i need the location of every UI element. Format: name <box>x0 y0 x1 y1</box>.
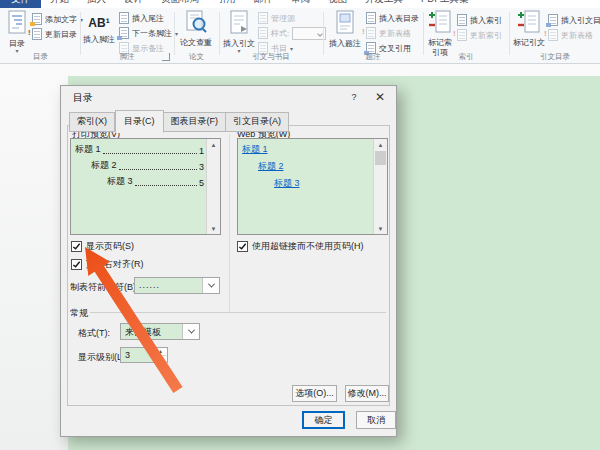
show-page-numbers-checkbox[interactable]: 显示页码(S) <box>71 240 134 253</box>
add-text-icon <box>32 13 42 25</box>
web-preview-scrollbar[interactable]: ▲ ▼ <box>373 139 387 234</box>
dialog-tab-table-of-authorities[interactable]: 引文目录(A) <box>226 112 289 132</box>
tab-references[interactable]: 引用 <box>208 0 245 8</box>
update-toc-icon <box>32 28 42 40</box>
tab-mailings[interactable]: 邮件 <box>245 0 282 8</box>
button-label: 样式: <box>271 28 289 39</box>
button-label: 管理源 <box>271 13 295 24</box>
format-label: 格式(T): <box>78 327 110 340</box>
manage-sources-button[interactable]: 管理源 <box>258 12 295 24</box>
update-authorities-table-button[interactable]: 更新表格 <box>548 29 593 41</box>
insert-footnote-button[interactable]: AB¹ 插入脚注 <box>81 10 117 54</box>
group-label-paper: 论文 <box>175 52 218 62</box>
scroll-down-icon[interactable]: ▼ <box>207 223 220 234</box>
group-label-index: 索引 <box>424 52 508 62</box>
style-selector[interactable]: 样式: <box>258 27 326 39</box>
insert-table-of-figures-icon <box>366 12 376 24</box>
column-divider <box>229 134 230 312</box>
use-hyperlinks-checkbox[interactable]: 使用超链接而不使用页码(H) <box>237 240 364 253</box>
checkbox-checked-icon <box>71 259 82 270</box>
cancel-button[interactable]: 取消 <box>356 411 396 429</box>
close-icon[interactable]: ✕ <box>372 89 388 104</box>
mark-entry-icon <box>428 10 452 38</box>
update-index-button[interactable]: 更新索引 <box>457 29 502 41</box>
group-label-captions: 题注 <box>324 52 422 62</box>
mark-citation-button[interactable]: 标记引文 <box>512 10 546 54</box>
update-authorities-table-icon <box>548 29 558 41</box>
scroll-thumb[interactable] <box>375 151 386 165</box>
toc-entry: 标题 35 <box>75 175 204 188</box>
tab-developer[interactable]: 开发工具 <box>356 0 412 8</box>
update-toc-button[interactable]: 更新目录 <box>32 28 77 40</box>
chevron-down-icon[interactable] <box>182 324 199 339</box>
button-label: 更新表格 <box>561 30 593 41</box>
general-group-line <box>90 312 386 313</box>
tab-view[interactable]: 视图 <box>319 0 356 8</box>
add-text-button[interactable]: 添加文字 ▾ <box>32 13 83 25</box>
dot-leader <box>135 185 197 186</box>
insert-table-of-authorities-button[interactable]: 插入引文目录 <box>548 14 600 26</box>
general-group-label: 常规 <box>70 307 88 320</box>
style-dropdown[interactable] <box>292 27 326 40</box>
next-footnote-button[interactable]: 下一条脚注 ▾ <box>119 27 178 39</box>
modify-button[interactable]: 修改(M)... <box>345 385 389 402</box>
footnotes-dialog-launcher-icon[interactable] <box>162 53 170 61</box>
insert-table-of-figures-button[interactable]: 插入表目录 <box>366 12 419 24</box>
tab-review[interactable]: 审阅 <box>282 0 319 8</box>
mark-entry-button[interactable]: 标记索引项 <box>425 10 455 54</box>
scroll-up-icon[interactable]: ▲ <box>374 139 387 150</box>
tab-home[interactable]: 开始 <box>41 0 78 8</box>
dropdown-caret-icon: ▾ <box>290 45 293 52</box>
dot-leader <box>103 153 197 154</box>
tab-design[interactable]: 设计 <box>115 0 152 8</box>
scroll-up-icon[interactable]: ▲ <box>207 139 220 150</box>
tab-pdf-tools[interactable]: PDF工具集 <box>412 0 478 8</box>
insert-endnote-button[interactable]: 插入尾注 <box>119 12 164 24</box>
show-levels-spinner[interactable]: 3 ▲ ▼ <box>120 347 168 363</box>
paper-check-button[interactable]: 论文查重 <box>179 10 213 54</box>
tab-file[interactable]: 文件 <box>0 0 41 8</box>
button-label: 更新索引 <box>470 30 502 41</box>
tab-insert[interactable]: 插入 <box>78 0 115 8</box>
dropdown-value: ...... <box>135 278 202 293</box>
help-icon[interactable]: ? <box>346 89 362 104</box>
update-table-icon <box>366 27 376 39</box>
print-preview-scrollbar[interactable]: ▲ ▼ <box>206 139 220 234</box>
dialog-tab-table-of-figures[interactable]: 图表目录(F) <box>164 112 227 132</box>
button-label: 添加文字 <box>45 14 77 25</box>
checkbox-checked-icon <box>237 241 248 252</box>
button-label: 插入表目录 <box>379 13 419 24</box>
toc-button[interactable]: 目录 ▾ <box>4 10 30 54</box>
tab-leader-dropdown[interactable]: ...... <box>134 277 220 294</box>
ribbon-group-table-of-authorities: 标记引文 插入引文目录 更新表格 引文目录 <box>510 8 600 63</box>
web-preview-box: 标题 1 标题 2 标题 3 ▲ ▼ <box>237 138 388 235</box>
options-button[interactable]: 选项(O)... <box>292 385 337 402</box>
right-align-page-numbers-checkbox[interactable]: 页码右对齐(R) <box>71 258 144 271</box>
dot-leader <box>119 169 197 170</box>
button-label: 插入索引 <box>470 15 502 26</box>
web-toc-entry: 标题 2 <box>242 160 371 173</box>
scroll-down-icon[interactable]: ▼ <box>374 223 387 234</box>
button-label: 论文查重 <box>180 38 212 48</box>
chevron-down-icon[interactable] <box>202 278 219 293</box>
ribbon-group-citations: 插入引文 ▾ 管理源 样式: 书目 ▾ 引文与书目 <box>220 8 322 63</box>
spin-down-icon[interactable]: ▼ <box>154 356 167 363</box>
tab-leader-label: 制表符前导符(B): <box>70 281 139 294</box>
group-label-table-of-authorities: 引文目录 <box>510 52 600 62</box>
ribbon: 目录 ▾ 添加文字 ▾ 更新目录 目录 AB¹ 插入脚注 插入尾注 <box>0 8 600 64</box>
checkbox-label: 显示页码(S) <box>86 240 134 253</box>
insert-index-icon <box>457 14 467 26</box>
insert-caption-icon <box>333 10 357 39</box>
insert-citation-button[interactable]: 插入引文 ▾ <box>222 10 256 54</box>
insert-index-button[interactable]: 插入索引 <box>457 14 502 26</box>
button-label: 插入题注 <box>329 39 361 49</box>
dialog-tab-toc[interactable]: 目录(C) <box>115 110 164 133</box>
spin-up-icon[interactable]: ▲ <box>154 348 167 356</box>
update-table-button[interactable]: 更新表格 <box>366 27 411 39</box>
tab-layout[interactable]: 页面布局 <box>152 0 208 8</box>
update-index-icon <box>457 29 467 41</box>
ok-button[interactable]: 确定 <box>302 411 345 429</box>
insert-caption-button[interactable]: 插入题注 <box>328 10 362 54</box>
dialog-tab-index[interactable]: 索引(X) <box>69 112 115 132</box>
format-dropdown[interactable]: 来自模板 <box>120 323 200 340</box>
